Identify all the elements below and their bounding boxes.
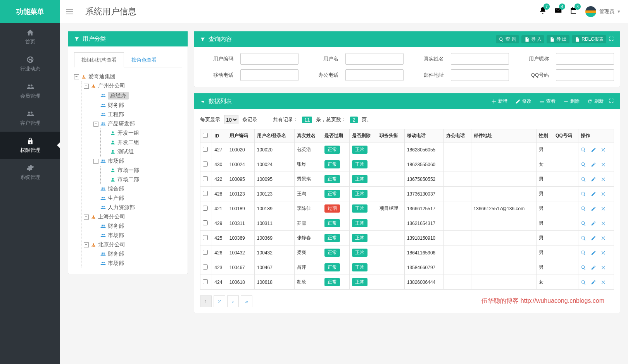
row-checkbox[interactable] <box>203 161 208 167</box>
tree-toggle-icon[interactable]: − <box>93 122 98 127</box>
row-checkbox[interactable] <box>203 147 208 152</box>
tree-node[interactable]: 市场部 <box>93 259 182 268</box>
page-next[interactable]: › <box>227 295 239 307</box>
mail-icon[interactable]: 4 <box>554 7 562 16</box>
edit-icon[interactable] <box>591 206 596 211</box>
sidebar-item[interactable]: 行业动态 <box>0 50 60 77</box>
tree-node[interactable]: 测试组 <box>103 147 182 156</box>
search-input[interactable] <box>451 53 509 65</box>
row-checkbox[interactable] <box>203 235 208 240</box>
delete-icon[interactable] <box>601 235 606 241</box>
row-checkbox[interactable] <box>203 250 208 255</box>
tree-node[interactable]: 开发一组 <box>103 129 182 138</box>
search-input[interactable] <box>240 53 298 65</box>
page-link[interactable]: 2 <box>214 295 225 307</box>
search-input[interactable] <box>240 69 298 81</box>
tree-node[interactable]: 总经办 <box>93 91 182 101</box>
notification-icon[interactable]: 7 <box>539 7 547 16</box>
view-button[interactable]: 查看 <box>537 97 558 105</box>
row-checkbox[interactable] <box>203 220 208 225</box>
tab-by-org[interactable]: 按组织机构查看 <box>74 52 124 67</box>
tree-node[interactable]: 财务部 <box>93 221 182 231</box>
export-button[interactable]: 导 出 <box>547 35 569 43</box>
delete-icon[interactable] <box>601 206 606 211</box>
view-icon[interactable] <box>581 265 586 270</box>
tree-node[interactable]: −产品研发部 <box>93 119 182 129</box>
view-icon[interactable] <box>581 162 586 167</box>
user-menu[interactable]: 管理员 ▾ <box>585 6 620 17</box>
edit-icon[interactable] <box>591 235 596 241</box>
tree-node[interactable]: 市场部 <box>93 231 182 240</box>
tree-toggle-icon[interactable]: − <box>74 74 79 79</box>
edit-icon[interactable] <box>591 177 596 182</box>
edit-button[interactable]: 修改 <box>512 97 534 105</box>
tree-toggle-icon[interactable]: − <box>84 84 89 89</box>
sidebar-item[interactable]: 会员管理 <box>0 77 60 105</box>
view-icon[interactable] <box>581 221 586 226</box>
view-icon[interactable] <box>581 147 586 153</box>
page-link[interactable]: 1 <box>200 295 212 307</box>
delete-icon[interactable] <box>601 265 606 270</box>
delete-button[interactable]: 删除 <box>561 97 582 105</box>
tree-toggle-icon[interactable]: − <box>84 215 89 220</box>
tree-node[interactable]: 财务部 <box>93 101 182 110</box>
edit-icon[interactable] <box>591 265 596 270</box>
edit-icon[interactable] <box>591 147 596 153</box>
tree-toggle-icon[interactable]: − <box>84 242 89 247</box>
delete-icon[interactable] <box>601 280 606 285</box>
delete-icon[interactable] <box>601 177 606 182</box>
select-all-checkbox[interactable] <box>203 133 208 138</box>
page-next[interactable]: » <box>241 295 252 307</box>
rdlc-button[interactable]: RDLC报表 <box>572 35 606 43</box>
tree-node[interactable]: −上海分公司 <box>84 212 182 221</box>
tree-node[interactable]: −北京分公司 <box>84 240 182 249</box>
refresh-button[interactable]: 刷新 <box>585 97 606 105</box>
edit-icon[interactable] <box>591 221 596 226</box>
tree-node[interactable]: 综合部 <box>93 184 182 194</box>
row-checkbox[interactable] <box>203 279 208 284</box>
search-input[interactable] <box>556 53 614 65</box>
row-checkbox[interactable] <box>203 264 208 270</box>
expand-icon[interactable] <box>609 36 614 43</box>
delete-icon[interactable] <box>601 221 606 226</box>
row-checkbox[interactable] <box>203 176 208 181</box>
sidebar-item[interactable]: 首页 <box>0 23 60 50</box>
sidebar-item[interactable]: 客户管理 <box>0 105 60 132</box>
import-button[interactable]: 导 入 <box>521 35 544 43</box>
tree-node[interactable]: 财务部 <box>93 249 182 259</box>
search-input[interactable] <box>345 53 404 65</box>
per-page-select[interactable]: 10 <box>224 115 238 124</box>
edit-icon[interactable] <box>591 280 596 285</box>
search-button[interactable]: 查 询 <box>496 35 519 43</box>
expand-icon[interactable] <box>609 98 614 105</box>
view-icon[interactable] <box>581 177 586 182</box>
delete-icon[interactable] <box>601 191 606 197</box>
tree-node[interactable]: 生产部 <box>93 194 182 203</box>
row-checkbox[interactable] <box>203 191 208 196</box>
delete-icon[interactable] <box>601 162 606 167</box>
delete-icon[interactable] <box>601 147 606 153</box>
sidebar-item[interactable]: 系统管理 <box>0 159 60 186</box>
view-icon[interactable] <box>581 250 586 256</box>
search-input[interactable] <box>451 69 509 81</box>
tree-node[interactable]: 人力资源部 <box>93 203 182 212</box>
tree-toggle-icon[interactable]: − <box>93 159 98 164</box>
tree-node[interactable]: 工程部 <box>93 110 182 119</box>
tree-node[interactable]: −市场部 <box>93 156 182 166</box>
row-checkbox[interactable] <box>203 206 208 211</box>
view-icon[interactable] <box>581 191 586 197</box>
tree-node[interactable]: 市场一部 <box>103 166 182 175</box>
view-icon[interactable] <box>581 206 586 211</box>
edit-icon[interactable] <box>591 250 596 256</box>
tree-node[interactable]: 市场二部 <box>103 175 182 184</box>
calendar-icon[interactable]: 3 <box>570 7 578 16</box>
menu-toggle-icon[interactable] <box>60 0 79 23</box>
edit-icon[interactable] <box>591 191 596 197</box>
tree-node[interactable]: −广州分公司 <box>84 81 182 91</box>
add-button[interactable]: 新增 <box>488 97 510 105</box>
tree-node[interactable]: 开发二组 <box>103 138 182 147</box>
tab-by-role[interactable]: 按角色查看 <box>124 52 164 67</box>
search-input[interactable] <box>556 69 614 81</box>
search-input[interactable] <box>345 69 404 81</box>
edit-icon[interactable] <box>591 162 596 167</box>
